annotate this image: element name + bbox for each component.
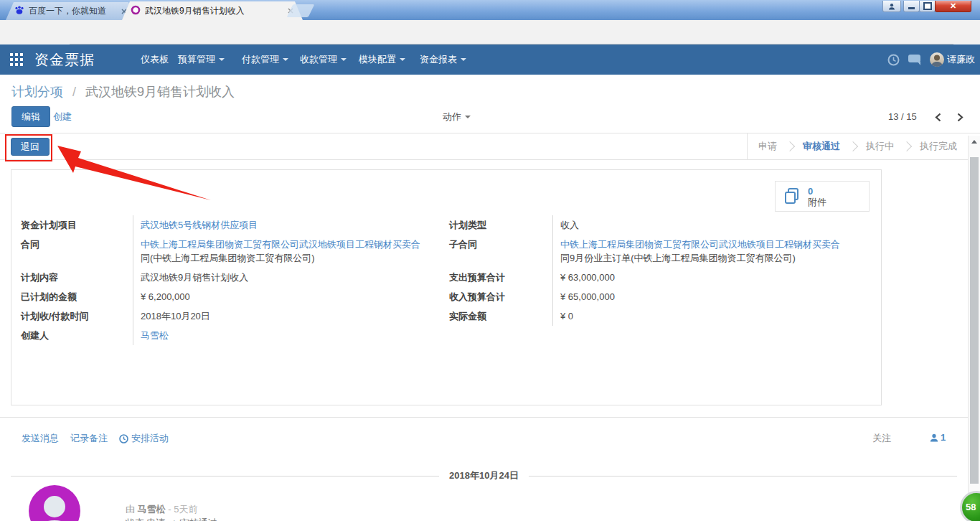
attachment-copy-icon xyxy=(783,187,802,206)
tab-title: 百度一下，你就知道 xyxy=(29,5,115,17)
user-name[interactable]: 谭廉政 xyxy=(947,44,975,75)
window-close-button[interactable]: ✕ xyxy=(935,1,971,12)
field-group-left: 资金计划项目 武汉地铁5号线钢材供应项目 合同 中铁上海工程局集团物资工贸有限公… xyxy=(21,215,433,345)
tab-title: 武汉地铁9月销售计划收入 xyxy=(145,5,281,17)
browser-tab-current[interactable]: 武汉地铁9月销售计划收入 xyxy=(122,1,303,20)
field-label: 计划类型 xyxy=(449,215,553,235)
breadcrumb-parent-link[interactable]: 计划分项 xyxy=(11,85,63,99)
status-step-executing[interactable]: 执行中 xyxy=(855,133,905,159)
status-step-apply[interactable]: 申请 xyxy=(748,133,788,159)
pager-previous-button[interactable] xyxy=(930,110,946,124)
browser-tab-strip: 百度一下，你就知道 武汉地铁9月销售计划收入 ✕ xyxy=(0,0,980,20)
pager-counter: 13 / 15 xyxy=(888,106,917,127)
field-label: 子合同 xyxy=(449,235,553,268)
nav-item-module-config[interactable]: 模块配置 xyxy=(359,44,405,75)
app-favicon-icon xyxy=(131,5,141,17)
message-author[interactable]: 马雪松 xyxy=(138,504,166,515)
annotation-highlight-box xyxy=(5,134,52,161)
field-label: 计划内容 xyxy=(21,268,133,287)
page-scrollbar[interactable] xyxy=(968,136,980,521)
field-value: 马雪松 xyxy=(133,326,433,345)
breadcrumb-separator: / xyxy=(72,85,76,99)
nav-item-payment[interactable]: 付款管理 xyxy=(242,44,288,75)
person-icon xyxy=(888,3,895,10)
subcontract-link-wrap: 同9月份业主订单(中铁上海工程局集团物资工贸有限公司) xyxy=(560,251,865,265)
chevron-down-icon xyxy=(465,116,471,118)
close-icon: ✕ xyxy=(950,2,956,10)
nav-item-collection[interactable]: 收款管理 xyxy=(300,44,347,75)
scrollbar-thumb[interactable] xyxy=(970,157,979,484)
project-link[interactable]: 武汉地铁5号线钢材供应项目 xyxy=(141,218,258,232)
field-label: 实际金额 xyxy=(449,306,553,326)
send-message-button[interactable]: 发送消息 xyxy=(22,432,59,445)
form-sheet: 0 附件 资金计划项目 武汉地铁5号线钢材供应项目 合同 中铁上海工程局集团物资… xyxy=(11,169,882,405)
field-label: 已计划的金额 xyxy=(21,287,133,306)
chevron-down-icon xyxy=(461,58,466,61)
activity-clock-icon[interactable] xyxy=(887,54,900,68)
subcontract-link[interactable]: 中铁上海工程局集团物资工贸有限公司武汉地铁项目工程钢材买卖合 xyxy=(560,238,865,251)
field-value: 中铁上海工程局集团物资工贸有限公司武汉地铁项目工程钢材买卖合 同9月份业主订单(… xyxy=(553,235,865,268)
field-value: 中铁上海工程局集团物资工贸有限公司武汉地铁项目工程钢材买卖合 同(中铁上海工程局… xyxy=(133,235,433,268)
browser-tab-baidu[interactable]: 百度一下，你就知道 xyxy=(6,2,136,20)
followers-counter[interactable]: 1 xyxy=(930,432,946,443)
creator-link[interactable]: 马雪松 xyxy=(141,329,169,342)
message-body: 状态:申请 ⇒ 审核通过 xyxy=(126,517,217,521)
field-label: 合同 xyxy=(21,235,133,268)
screenshot-root: 百度一下，你就知道 武汉地铁9月销售计划收入 ✕ xyxy=(0,0,980,521)
chevron-down-icon xyxy=(219,58,225,61)
actions-dropdown[interactable]: 动作 xyxy=(443,106,471,127)
message-header: 由 马雪松 - 5天前 xyxy=(126,503,197,516)
message-by: 由 xyxy=(126,504,135,515)
app-brand[interactable]: 资金票据 xyxy=(34,44,95,75)
field-group-right: 计划类型 收入 子合同 中铁上海工程局集团物资工贸有限公司武汉地铁项目工程钢材买… xyxy=(449,215,865,326)
edit-button[interactable]: 编辑 xyxy=(11,106,50,127)
field-value: 2018年10月20日 xyxy=(133,306,433,326)
log-note-button[interactable]: 记录备注 xyxy=(70,432,108,445)
follow-button[interactable]: 关注 xyxy=(872,432,891,445)
window-minimize-button[interactable] xyxy=(903,1,920,12)
follower-person-icon xyxy=(930,433,938,442)
field-value: 收入 xyxy=(553,215,865,235)
chevron-down-icon xyxy=(341,58,347,61)
field-label: 创建人 xyxy=(21,326,133,345)
nav-item-dashboard[interactable]: 仪表板 xyxy=(141,44,169,75)
breadcrumb: 计划分项 / 武汉地铁9月销售计划收入 xyxy=(11,83,235,100)
schedule-activity-button[interactable]: 安排活动 xyxy=(119,432,169,445)
attachment-count: 0 xyxy=(808,186,826,197)
field-value: ¥ 0 xyxy=(553,306,865,326)
nav-item-budget[interactable]: 预算管理 xyxy=(178,44,225,75)
apps-grid-icon[interactable] xyxy=(10,53,23,68)
field-value: ¥ 63,000,000 xyxy=(553,268,865,287)
form-header-row: 退回 申请 审核通过 执行中 执行完成 xyxy=(0,133,968,160)
nav-item-reports[interactable]: 资金报表 xyxy=(420,44,466,75)
control-panel: 计划分项 / 武汉地铁9月销售计划收入 编辑 创建 动作 13 / 15 xyxy=(0,75,980,133)
pager-next-button[interactable] xyxy=(952,110,968,124)
chevron-down-icon xyxy=(400,58,405,61)
app-navbar: 资金票据 仪表板 预算管理 付款管理 收款管理 模块配置 资金报表 谭廉政 xyxy=(0,44,980,75)
breadcrumb-current: 武汉地铁9月销售计划收入 xyxy=(85,85,235,99)
browser-profile-button[interactable] xyxy=(882,1,901,12)
minimize-icon xyxy=(908,7,915,9)
browser-toolbar: 183.57.73.110:8070/web#id=217&view_type=… xyxy=(0,20,980,44)
restore-icon xyxy=(923,2,932,10)
date-divider: 2018年10月24日 xyxy=(11,469,957,482)
attachments-button[interactable]: 0 附件 xyxy=(775,181,870,212)
field-label: 收入预算合计 xyxy=(449,287,553,306)
user-avatar[interactable] xyxy=(930,52,944,67)
window-restore-button[interactable] xyxy=(919,1,936,12)
field-value: 武汉地铁5号线钢材供应项目 xyxy=(133,215,433,235)
scroll-up-arrow-icon[interactable] xyxy=(971,140,977,144)
attachment-label: 附件 xyxy=(808,197,826,207)
contract-link[interactable]: 中铁上海工程局集团物资工贸有限公司武汉地铁项目工程钢材买卖合 xyxy=(141,238,433,251)
status-step-approved[interactable]: 审核通过 xyxy=(792,133,851,159)
create-button[interactable]: 创建 xyxy=(53,106,72,127)
speed-badge-value: 58 xyxy=(966,502,976,512)
chevron-down-icon xyxy=(283,58,288,61)
clock-icon xyxy=(119,434,128,443)
field-label: 资金计划项目 xyxy=(21,215,133,235)
status-step-done[interactable]: 执行完成 xyxy=(909,133,968,159)
baidu-favicon-icon xyxy=(14,5,24,17)
messages-icon[interactable] xyxy=(908,55,923,68)
field-value: ¥ 65,000,000 xyxy=(553,287,865,306)
message-avatar[interactable] xyxy=(29,485,80,521)
